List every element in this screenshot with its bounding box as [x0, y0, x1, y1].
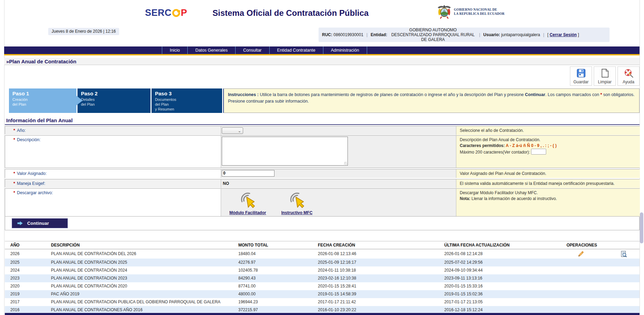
logout-link[interactable]: Cerrar Sesión	[550, 32, 577, 37]
table-body: 2026 PLAN ANUAL DE CONTRATACIÓN DEL 2026…	[5, 249, 640, 314]
modulo-facilitador-link[interactable]: Módulo Facilitador	[229, 210, 266, 215]
table-row: 2026 PLAN ANUAL DE CONTRATACIÓN DEL 2026…	[5, 249, 640, 259]
descargar-help: Descargar Módulo Facilitador Ushay MFC. …	[456, 189, 640, 217]
cell-descripcion: PAC AÑO 2019	[48, 290, 236, 298]
continuar-button[interactable]: Continuar	[12, 218, 68, 228]
ayuda-button[interactable]: Ayuda	[617, 66, 640, 86]
cell-monto: 42276.97	[236, 259, 315, 266]
ayuda-label: Ayuda	[623, 80, 634, 84]
cell-operaciones	[564, 290, 640, 298]
cell-fecha-creacion: 2026-01-08 12:13:46	[315, 249, 442, 259]
anio-help: Seleccione el año de Contratación.	[456, 126, 640, 135]
menu-item-consultar[interactable]: Consultar	[235, 46, 269, 54]
plan-form: Información del Plan Anual *Año: ⌄ Selec…	[5, 117, 640, 218]
valor-label: Valor Asignado:	[17, 171, 47, 176]
cell-anio: 2017	[5, 298, 48, 306]
sercop-logo-text2: P	[181, 8, 187, 18]
main-menu: Inicio Datos Generales Consultar Entidad…	[4, 46, 640, 54]
cell-descripcion: PLAN ANUAL DE CONTRATACIÓN DEL 2026	[48, 249, 236, 259]
char-counter-input[interactable]	[531, 149, 546, 155]
edit-pencil-icon[interactable]	[578, 251, 584, 257]
step-1-title: Paso 1	[12, 91, 73, 96]
entity-label: Entidad:	[371, 32, 387, 37]
guardar-button[interactable]: Guardar	[570, 66, 592, 86]
cell-fecha-creacion: 2023-02-16 12:10:38	[315, 274, 442, 282]
anio-select[interactable]: ⌄	[222, 127, 243, 134]
descripcion-textarea[interactable]	[222, 137, 348, 166]
lifebuoy-icon	[624, 68, 634, 78]
toolbar: Guardar Limpiar Ayuda	[570, 66, 640, 86]
menu-item-datos-generales[interactable]: Datos Generales	[187, 46, 235, 54]
cell-anio: 2024	[5, 266, 48, 274]
instructivo-mfc-link[interactable]: Instructivo MFC	[281, 210, 313, 215]
instructivo-mfc-download[interactable]: Instructivo MFC	[281, 192, 313, 215]
ushay-download-icon	[288, 192, 306, 209]
valor-input[interactable]: 0	[222, 170, 274, 177]
table-header-row: AÑO DESCRIPCIÓN MONTO TOTAL FECHA CREACI…	[5, 241, 640, 249]
required-asterisk: *	[13, 128, 15, 133]
table-row: 2025 PLAN ANUAL DE CONTRATACION 2025 422…	[5, 259, 640, 266]
step-arrow-icon	[76, 96, 83, 105]
gov-text-line2: LA REPUBLICA DEL ECUADOR	[454, 12, 505, 16]
cell-fecha-creacion: 2020-01-15 15:28:41	[315, 282, 442, 290]
cell-fecha-creacion: 2019-01-15 14:58:39	[315, 290, 442, 298]
form-row-descargar: *Descargar archivo: Módulo Facilitador	[5, 188, 640, 218]
col-header-fecha-creacion: FECHA CREACIÓN	[315, 241, 442, 249]
form-footer: Continuar	[5, 216, 640, 230]
bracket: ]	[578, 32, 579, 37]
col-header-ultima-fecha: ÚLTIMA FECHA ACTUALIZACIÓN	[442, 241, 564, 249]
col-header-operaciones: OPERACIONES	[564, 241, 640, 249]
view-document-icon[interactable]	[620, 251, 627, 258]
cell-ultima-fecha: 2020-01-15 15:33:16	[442, 282, 564, 290]
cell-monto: 87741.00	[236, 282, 315, 290]
cell-monto: 196944.23	[236, 298, 315, 306]
cell-ultima-fecha: 2019-01-15 15:02:36	[442, 290, 564, 298]
cell-fecha-creacion: 2025-01-09 12:16:17	[315, 259, 442, 266]
descripcion-label: Descripción:	[17, 137, 41, 142]
menu-item-administracion[interactable]: Administración	[323, 46, 367, 54]
save-icon	[576, 68, 586, 78]
limpiar-button[interactable]: Limpiar	[594, 66, 616, 86]
form-row-anio: *Año: ⌄ Seleccione el año de Contratació…	[5, 126, 640, 134]
menu-item-inicio[interactable]: Inicio	[162, 46, 187, 54]
col-header-anio: AÑO	[5, 241, 48, 249]
cell-anio: 2023	[5, 274, 48, 282]
guardar-label: Guardar	[573, 80, 589, 84]
form-row-valor: *Valor Asignado: 0 Valor Asignado del Pl…	[5, 169, 640, 178]
cell-monto: 18480.04	[236, 249, 315, 259]
cell-operaciones	[564, 298, 640, 306]
cell-monto: 102405.78	[236, 266, 315, 274]
step-3-title: Paso 3	[155, 91, 219, 96]
cell-operaciones	[564, 249, 640, 259]
step-3-documentos[interactable]: Paso 3 Documentos del Plan y Resumen	[152, 88, 222, 113]
scrollbar-thumb[interactable]	[640, 212, 643, 243]
ruc-value: 0860019930001	[333, 32, 363, 37]
chevron-down-icon: ⌄	[238, 129, 241, 133]
sercop-logo: SERC P	[145, 8, 187, 18]
esigef-value: NO	[222, 180, 456, 186]
cell-operaciones	[564, 282, 640, 290]
download-links: Módulo Facilitador Instructivo MFC	[222, 189, 456, 215]
limpiar-label: Limpiar	[598, 80, 611, 84]
bracket: [	[547, 32, 548, 37]
table-row: 2019 PAC AÑO 2019 48000.00 2019-01-15 14…	[5, 290, 640, 298]
cell-ultima-fecha: 2026-01-08 12:14:28	[442, 249, 564, 259]
ruc-label: RUC:	[322, 32, 332, 37]
cell-fecha-creacion: 2024-01-11 10:38:18	[315, 266, 442, 274]
modulo-facilitador-download[interactable]: Módulo Facilitador	[229, 192, 266, 215]
menu-item-entidad-contratante[interactable]: Entidad Contratante	[269, 46, 323, 54]
gov-text-line1: GOBIERNO NACIONAL DE	[454, 8, 505, 12]
cell-descripcion: PLAN ANUAL DE CONTRATACION PUBLICA DEL G…	[48, 298, 236, 306]
cell-descripcion: PLAN ANUAL DE CONTRATACIÓN 2024	[48, 266, 236, 274]
resize-grip-icon[interactable]	[344, 162, 347, 165]
cell-operaciones	[564, 266, 640, 274]
required-asterisk: *	[13, 190, 15, 195]
step-1-creacion[interactable]: Paso 1 Creación del Plan	[9, 88, 76, 113]
cell-ultima-fecha: 2023-09-11 13:13:16	[442, 274, 564, 282]
required-asterisk: *	[13, 171, 15, 176]
cell-descripcion: PLAN ANUAL DE CONTRATACION 2025	[48, 259, 236, 266]
cell-ultima-fecha: 2025-07-02 14:29:56	[442, 259, 564, 266]
step-2-detalles[interactable]: Paso 2 Detalles del Plan	[77, 88, 150, 113]
instructions-label: Instrucciones :	[228, 92, 259, 97]
ushay-download-icon	[239, 192, 257, 209]
